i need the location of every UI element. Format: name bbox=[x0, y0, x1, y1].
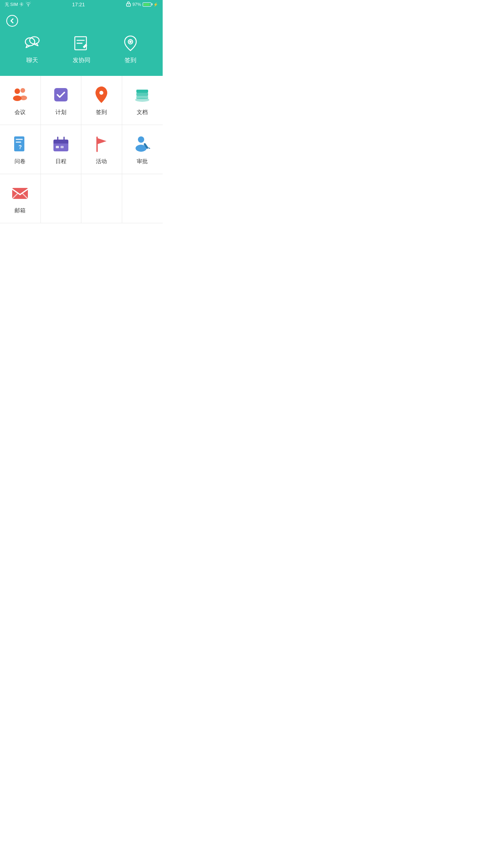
lock-icon bbox=[126, 1, 131, 7]
mail-item[interactable]: 邮箱 bbox=[0, 174, 41, 223]
plan-item[interactable]: 计划 bbox=[41, 76, 82, 125]
svg-rect-26 bbox=[53, 142, 68, 143]
back-button[interactable] bbox=[0, 13, 24, 29]
approve-label: 审批 bbox=[137, 158, 148, 165]
svg-text:?: ? bbox=[18, 144, 22, 150]
charging-icon: ⚡ bbox=[153, 2, 158, 7]
status-left: 无 SIM 卡 bbox=[5, 2, 31, 7]
status-bar: 无 SIM 卡 17:21 97% ⚡ bbox=[0, 0, 163, 9]
checkin-header-label: 签到 bbox=[125, 57, 136, 64]
svg-rect-30 bbox=[61, 146, 64, 148]
chat-icon-wrap bbox=[22, 33, 42, 53]
svg-rect-14 bbox=[54, 88, 68, 101]
survey-icon: ? bbox=[10, 134, 30, 154]
plan-icon bbox=[51, 85, 71, 105]
svg-point-10 bbox=[15, 88, 20, 94]
post-action[interactable]: 发协同 bbox=[57, 33, 106, 64]
header: 聊天 发协同 bbox=[0, 9, 163, 76]
chat-label: 聊天 bbox=[26, 57, 38, 64]
plan-label: 计划 bbox=[55, 109, 66, 116]
approve-icon bbox=[132, 134, 152, 154]
status-right: 97% ⚡ bbox=[126, 1, 158, 7]
wifi-icon bbox=[26, 2, 31, 7]
approve-item[interactable]: 审批 bbox=[122, 125, 163, 174]
svg-point-12 bbox=[20, 88, 25, 93]
top-actions: 聊天 发协同 bbox=[0, 29, 163, 68]
sim-status: 无 SIM 卡 bbox=[5, 2, 24, 7]
svg-rect-35 bbox=[12, 188, 28, 199]
svg-rect-29 bbox=[56, 146, 59, 148]
post-label: 发协同 bbox=[73, 57, 90, 64]
svg-point-13 bbox=[20, 96, 27, 100]
doc-item[interactable]: 文档 bbox=[122, 76, 163, 125]
meeting-icon bbox=[10, 85, 30, 105]
grid-section: 会议 计划 签到 bbox=[0, 76, 163, 223]
svg-point-9 bbox=[130, 41, 131, 42]
survey-item[interactable]: ? 问卷 bbox=[0, 125, 41, 174]
checkin-header-icon bbox=[121, 34, 140, 53]
post-icon bbox=[72, 34, 91, 53]
grid-row-3: 邮箱 bbox=[0, 174, 163, 223]
empty-cell-2 bbox=[81, 174, 122, 223]
activity-item[interactable]: 活动 bbox=[81, 125, 122, 174]
activity-icon bbox=[91, 134, 112, 154]
schedule-label: 日程 bbox=[55, 158, 66, 165]
svg-rect-18 bbox=[136, 93, 148, 96]
post-icon-wrap bbox=[71, 33, 92, 53]
checkin-icon-wrap bbox=[120, 33, 141, 53]
schedule-item[interactable]: 日程 bbox=[41, 125, 82, 174]
svg-rect-21 bbox=[16, 139, 23, 140]
svg-rect-22 bbox=[16, 142, 21, 143]
chat-action[interactable]: 聊天 bbox=[8, 33, 57, 64]
mail-icon bbox=[10, 183, 30, 203]
meeting-item[interactable]: 会议 bbox=[0, 76, 41, 125]
svg-point-15 bbox=[99, 91, 103, 95]
empty-cell-1 bbox=[41, 174, 82, 223]
status-time: 17:21 bbox=[72, 2, 85, 7]
grid-row-2: ? 问卷 日程 bbox=[0, 125, 163, 174]
battery-icon bbox=[143, 2, 151, 7]
svg-point-1 bbox=[128, 5, 129, 6]
chat-icon bbox=[23, 34, 42, 53]
checkin-grid-icon bbox=[91, 85, 112, 105]
svg-rect-17 bbox=[136, 96, 148, 99]
survey-label: 问卷 bbox=[15, 158, 26, 165]
svg-point-32 bbox=[138, 136, 144, 143]
back-circle-icon bbox=[6, 15, 18, 27]
checkin-action[interactable]: 签到 bbox=[106, 33, 155, 64]
checkin-item[interactable]: 签到 bbox=[81, 76, 122, 125]
schedule-icon bbox=[51, 134, 71, 154]
doc-icon bbox=[132, 85, 152, 105]
doc-label: 文档 bbox=[137, 109, 148, 116]
grid-row-1: 会议 计划 签到 bbox=[0, 76, 163, 125]
empty-cell-3 bbox=[122, 174, 163, 223]
activity-label: 活动 bbox=[96, 158, 107, 165]
meeting-label: 会议 bbox=[15, 109, 26, 116]
battery-percent: 97% bbox=[132, 2, 141, 7]
checkin-grid-label: 签到 bbox=[96, 109, 107, 116]
svg-rect-19 bbox=[136, 90, 148, 93]
mail-label: 邮箱 bbox=[15, 207, 26, 214]
